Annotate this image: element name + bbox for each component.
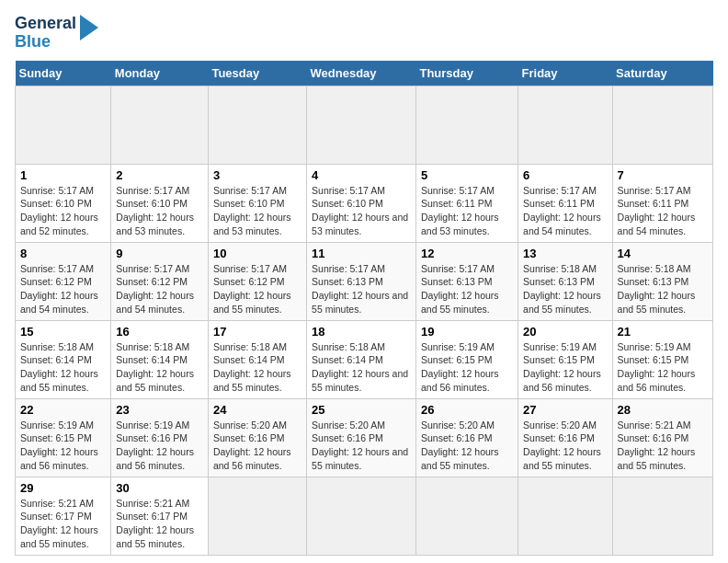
calendar-cell: 19 Sunrise: 5:19 AMSunset: 6:15 PMDaylig… — [415, 320, 518, 398]
calendar-cell: 26 Sunrise: 5:20 AMSunset: 6:16 PMDaylig… — [415, 398, 518, 477]
calendar-cell — [518, 477, 613, 555]
day-number: 16 — [116, 325, 203, 339]
calendar-cell — [518, 86, 613, 164]
calendar-cell: 15 Sunrise: 5:18 AMSunset: 6:14 PMDaylig… — [16, 320, 111, 398]
calendar-cell — [111, 86, 209, 164]
day-number: 18 — [312, 325, 411, 339]
calendar-cell — [612, 86, 712, 164]
calendar-cell — [307, 477, 416, 555]
calendar-cell — [307, 86, 416, 164]
day-info: Sunrise: 5:17 AMSunset: 6:11 PMDaylight:… — [421, 185, 499, 236]
day-info: Sunrise: 5:18 AMSunset: 6:14 PMDaylight:… — [20, 341, 98, 393]
day-info: Sunrise: 5:17 AMSunset: 6:12 PMDaylight:… — [116, 263, 194, 315]
day-info: Sunrise: 5:18 AMSunset: 6:13 PMDaylight:… — [523, 263, 601, 315]
day-number: 4 — [312, 168, 411, 182]
calendar-week-5: 22 Sunrise: 5:19 AMSunset: 6:15 PMDaylig… — [16, 398, 713, 477]
calendar-cell: 14 Sunrise: 5:18 AMSunset: 6:13 PMDaylig… — [612, 242, 712, 320]
column-header-sunday: Sunday — [16, 61, 111, 86]
day-number: 28 — [618, 403, 708, 417]
calendar-week-6: 29 Sunrise: 5:21 AMSunset: 6:17 PMDaylig… — [16, 477, 713, 555]
logo-arrow-icon — [80, 15, 98, 40]
day-info: Sunrise: 5:17 AMSunset: 6:12 PMDaylight:… — [20, 263, 98, 315]
calendar-cell: 6 Sunrise: 5:17 AMSunset: 6:11 PMDayligh… — [518, 164, 613, 242]
day-number: 12 — [421, 247, 513, 260]
calendar-cell — [415, 477, 518, 555]
calendar-cell: 9 Sunrise: 5:17 AMSunset: 6:12 PMDayligh… — [111, 242, 209, 320]
day-number: 29 — [20, 481, 106, 495]
day-info: Sunrise: 5:20 AMSunset: 6:16 PMDaylight:… — [523, 419, 601, 471]
day-info: Sunrise: 5:20 AMSunset: 6:16 PMDaylight:… — [213, 419, 291, 471]
day-info: Sunrise: 5:19 AMSunset: 6:15 PMDaylight:… — [523, 341, 601, 393]
day-info: Sunrise: 5:17 AMSunset: 6:10 PMDaylight:… — [213, 185, 291, 236]
day-info: Sunrise: 5:17 AMSunset: 6:11 PMDaylight:… — [618, 185, 696, 236]
calendar-week-4: 15 Sunrise: 5:18 AMSunset: 6:14 PMDaylig… — [16, 320, 713, 398]
header: GeneralBlue — [15, 15, 713, 52]
column-header-saturday: Saturday — [612, 61, 712, 86]
day-info: Sunrise: 5:21 AMSunset: 6:16 PMDaylight:… — [618, 419, 696, 471]
calendar-cell: 21 Sunrise: 5:19 AMSunset: 6:15 PMDaylig… — [612, 320, 712, 398]
column-header-monday: Monday — [111, 61, 209, 86]
calendar-week-1 — [16, 86, 713, 164]
day-number: 30 — [116, 481, 203, 495]
day-number: 8 — [20, 247, 106, 260]
day-info: Sunrise: 5:20 AMSunset: 6:16 PMDaylight:… — [421, 419, 499, 471]
day-number: 1 — [20, 168, 106, 182]
calendar-cell: 3 Sunrise: 5:17 AMSunset: 6:10 PMDayligh… — [208, 164, 306, 242]
day-number: 19 — [421, 325, 513, 339]
calendar-cell: 5 Sunrise: 5:17 AMSunset: 6:11 PMDayligh… — [415, 164, 518, 242]
day-info: Sunrise: 5:17 AMSunset: 6:13 PMDaylight:… — [312, 263, 408, 315]
calendar-week-2: 1 Sunrise: 5:17 AMSunset: 6:10 PMDayligh… — [16, 164, 713, 242]
day-number: 7 — [618, 168, 708, 182]
column-header-thursday: Thursday — [415, 61, 518, 86]
day-info: Sunrise: 5:19 AMSunset: 6:16 PMDaylight:… — [116, 419, 194, 471]
calendar-cell: 16 Sunrise: 5:18 AMSunset: 6:14 PMDaylig… — [111, 320, 209, 398]
calendar-cell: 20 Sunrise: 5:19 AMSunset: 6:15 PMDaylig… — [518, 320, 613, 398]
day-info: Sunrise: 5:17 AMSunset: 6:11 PMDaylight:… — [523, 185, 601, 236]
day-info: Sunrise: 5:17 AMSunset: 6:12 PMDaylight:… — [213, 263, 291, 315]
day-info: Sunrise: 5:21 AMSunset: 6:17 PMDaylight:… — [116, 498, 194, 549]
day-number: 5 — [421, 168, 513, 182]
day-number: 24 — [213, 403, 301, 417]
column-header-wednesday: Wednesday — [307, 61, 416, 86]
day-info: Sunrise: 5:17 AMSunset: 6:13 PMDaylight:… — [421, 263, 499, 315]
calendar-cell — [208, 86, 306, 164]
calendar-cell: 23 Sunrise: 5:19 AMSunset: 6:16 PMDaylig… — [111, 398, 209, 477]
calendar-cell: 25 Sunrise: 5:20 AMSunset: 6:16 PMDaylig… — [307, 398, 416, 477]
day-info: Sunrise: 5:17 AMSunset: 6:10 PMDaylight:… — [20, 185, 98, 236]
calendar-week-3: 8 Sunrise: 5:17 AMSunset: 6:12 PMDayligh… — [16, 242, 713, 320]
calendar-cell: 11 Sunrise: 5:17 AMSunset: 6:13 PMDaylig… — [307, 242, 416, 320]
day-info: Sunrise: 5:18 AMSunset: 6:14 PMDaylight:… — [213, 341, 291, 393]
day-number: 22 — [20, 403, 106, 417]
calendar-cell — [612, 477, 712, 555]
calendar-cell — [208, 477, 306, 555]
day-number: 6 — [523, 168, 608, 182]
day-number: 26 — [421, 403, 513, 417]
calendar-cell: 18 Sunrise: 5:18 AMSunset: 6:14 PMDaylig… — [307, 320, 416, 398]
calendar-cell: 12 Sunrise: 5:17 AMSunset: 6:13 PMDaylig… — [415, 242, 518, 320]
day-info: Sunrise: 5:19 AMSunset: 6:15 PMDaylight:… — [618, 341, 696, 393]
calendar-cell: 8 Sunrise: 5:17 AMSunset: 6:12 PMDayligh… — [16, 242, 111, 320]
day-number: 23 — [116, 403, 203, 417]
day-number: 9 — [116, 247, 203, 260]
calendar-cell: 29 Sunrise: 5:21 AMSunset: 6:17 PMDaylig… — [16, 477, 111, 555]
svg-marker-0 — [80, 15, 98, 40]
calendar-cell: 24 Sunrise: 5:20 AMSunset: 6:16 PMDaylig… — [208, 398, 306, 477]
day-info: Sunrise: 5:21 AMSunset: 6:17 PMDaylight:… — [20, 498, 98, 549]
logo-text: GeneralBlue — [15, 15, 76, 52]
day-number: 21 — [618, 325, 708, 339]
day-number: 20 — [523, 325, 608, 339]
day-number: 17 — [213, 325, 301, 339]
calendar-table: SundayMondayTuesdayWednesdayThursdayFrid… — [15, 61, 713, 556]
day-number: 13 — [523, 247, 608, 260]
day-info: Sunrise: 5:18 AMSunset: 6:14 PMDaylight:… — [312, 341, 408, 393]
day-info: Sunrise: 5:17 AMSunset: 6:10 PMDaylight:… — [312, 185, 408, 236]
day-number: 14 — [618, 247, 708, 260]
column-header-friday: Friday — [518, 61, 613, 86]
day-number: 10 — [213, 247, 301, 260]
day-number: 25 — [312, 403, 411, 417]
calendar-cell: 13 Sunrise: 5:18 AMSunset: 6:13 PMDaylig… — [518, 242, 613, 320]
calendar-header: SundayMondayTuesdayWednesdayThursdayFrid… — [16, 61, 713, 86]
calendar-cell: 30 Sunrise: 5:21 AMSunset: 6:17 PMDaylig… — [111, 477, 209, 555]
column-header-tuesday: Tuesday — [208, 61, 306, 86]
calendar-cell: 17 Sunrise: 5:18 AMSunset: 6:14 PMDaylig… — [208, 320, 306, 398]
